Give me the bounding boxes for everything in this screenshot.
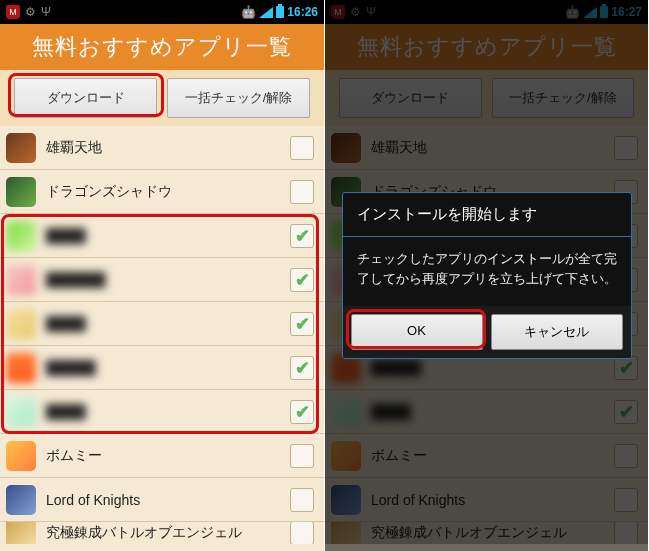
- list-item[interactable]: 究極錬成バトルオブエンジェル: [0, 522, 324, 544]
- app-label: ██████: [46, 272, 290, 288]
- page-title: 無料おすすめアプリ一覧: [0, 24, 324, 70]
- checkbox[interactable]: [290, 522, 314, 544]
- checkbox[interactable]: [290, 400, 314, 424]
- app-label: 究極錬成バトルオブエンジェル: [46, 524, 290, 542]
- app-label: ドラゴンズシャドウ: [46, 183, 290, 201]
- list-item[interactable]: Lord of Knights: [0, 478, 324, 522]
- app-list: 雄覇天地ドラゴンズシャドウ███████████████████████ボムミー…: [0, 126, 324, 551]
- list-item[interactable]: ボムミー: [0, 434, 324, 478]
- app-icon: [6, 133, 36, 163]
- signal-icon: [259, 7, 273, 18]
- dialog-cancel-button[interactable]: キャンセル: [491, 314, 623, 350]
- dialog-body: チェックしたアプリのインストールが全て完了してから再度アプリを立ち上げて下さい。: [343, 237, 631, 306]
- app-icon: [6, 441, 36, 471]
- modal-overlay: インストールを開始します チェックしたアプリのインストールが全て完了してから再度…: [325, 0, 648, 551]
- checkbox[interactable]: [290, 268, 314, 292]
- app-label: ボムミー: [46, 447, 290, 465]
- app-icon: [6, 485, 36, 515]
- app-icon: [6, 353, 36, 383]
- status-bar: M ⚙ Ψ 🤖 16:26: [0, 0, 324, 24]
- app-label: 雄覇天地: [46, 139, 290, 157]
- clock: 16:26: [287, 5, 318, 19]
- app-label: ████: [46, 316, 290, 332]
- phone-left: M ⚙ Ψ 🤖 16:26 無料おすすめアプリ一覧 ダウンロード 一括チェック/…: [0, 0, 324, 551]
- app-icon: [6, 221, 36, 251]
- checkbox[interactable]: [290, 312, 314, 336]
- app-label: ████: [46, 228, 290, 244]
- list-item[interactable]: ████: [0, 390, 324, 434]
- app-icon: [6, 397, 36, 427]
- android-icon: 🤖: [241, 5, 256, 19]
- download-button[interactable]: ダウンロード: [14, 78, 157, 118]
- list-item[interactable]: 雄覇天地: [0, 126, 324, 170]
- list-item[interactable]: █████: [0, 346, 324, 390]
- app-label: Lord of Knights: [46, 492, 290, 508]
- app-label: ████: [46, 404, 290, 420]
- bug-icon: ⚙: [25, 5, 36, 19]
- shield-icon: M: [6, 5, 20, 19]
- app-icon: [6, 265, 36, 295]
- checkbox[interactable]: [290, 444, 314, 468]
- checkbox[interactable]: [290, 180, 314, 204]
- list-item[interactable]: ドラゴンズシャドウ: [0, 170, 324, 214]
- checkbox[interactable]: [290, 488, 314, 512]
- phone-right: M ⚙ Ψ 🤖 16:27 無料おすすめアプリ一覧 ダウンロード 一括チェック/…: [324, 0, 648, 551]
- list-item[interactable]: ████: [0, 302, 324, 346]
- app-label: █████: [46, 360, 290, 376]
- list-item[interactable]: ██████: [0, 258, 324, 302]
- dialog-ok-button[interactable]: OK: [351, 314, 483, 350]
- checkbox[interactable]: [290, 356, 314, 380]
- list-item[interactable]: ████: [0, 214, 324, 258]
- app-icon: [6, 177, 36, 207]
- app-icon: [6, 522, 36, 544]
- dialog-title: インストールを開始します: [343, 193, 631, 237]
- checkbox[interactable]: [290, 224, 314, 248]
- usb-icon: Ψ: [41, 5, 51, 19]
- battery-icon: [276, 6, 284, 18]
- checkbox[interactable]: [290, 136, 314, 160]
- toggle-all-button[interactable]: 一括チェック/解除: [167, 78, 310, 118]
- install-dialog: インストールを開始します チェックしたアプリのインストールが全て完了してから再度…: [342, 192, 632, 359]
- app-icon: [6, 309, 36, 339]
- button-row: ダウンロード 一括チェック/解除: [0, 70, 324, 126]
